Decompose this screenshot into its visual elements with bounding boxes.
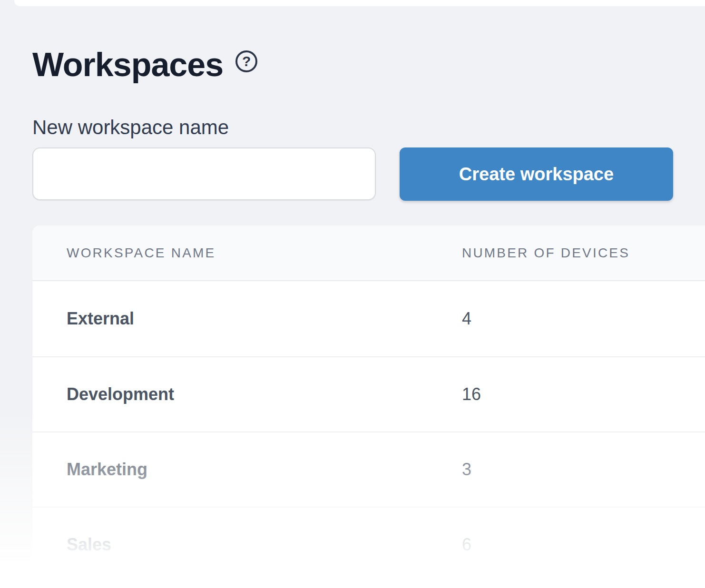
table-header-row: Workspace name Number of devices <box>32 225 705 281</box>
device-count-cell: 6 <box>462 535 705 555</box>
create-workspace-button[interactable]: Create workspace <box>400 147 673 201</box>
device-count-cell: 16 <box>462 384 705 404</box>
workspaces-table: Workspace name Number of devices Externa… <box>32 225 705 582</box>
help-icon[interactable]: ? <box>235 50 257 72</box>
page-header: Workspaces ? <box>32 46 257 84</box>
workspace-name-cell: Development <box>32 384 462 404</box>
table-row[interactable]: Development 16 <box>32 356 705 431</box>
table-row[interactable]: External 4 <box>32 281 705 356</box>
column-header-number-of-devices: Number of devices <box>462 245 705 261</box>
new-workspace-label: New workspace name <box>32 116 229 139</box>
create-workspace-form: Create workspace <box>32 147 673 201</box>
workspace-name-cell: External <box>32 309 462 329</box>
column-header-workspace-name: Workspace name <box>32 245 462 261</box>
device-count-cell: 4 <box>462 309 705 329</box>
top-card-edge <box>14 0 705 6</box>
device-count-cell: 3 <box>462 460 705 480</box>
table-row[interactable]: Sales 6 <box>32 507 705 582</box>
table-row[interactable]: Marketing 3 <box>32 431 705 507</box>
workspace-name-cell: Sales <box>32 535 462 555</box>
page-title: Workspaces <box>32 46 223 84</box>
workspace-name-cell: Marketing <box>32 460 462 480</box>
new-workspace-name-input[interactable] <box>32 147 376 200</box>
